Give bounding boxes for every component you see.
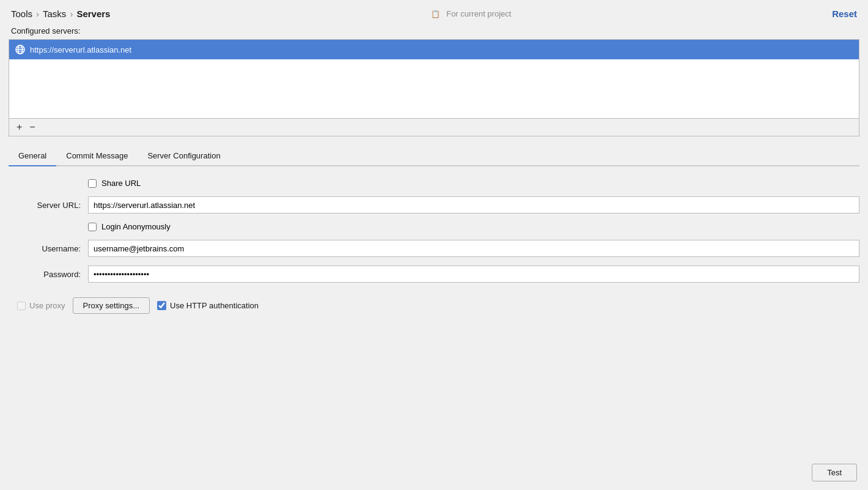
use-http-auth-label[interactable]: Use HTTP authentication xyxy=(157,301,259,310)
use-proxy-label[interactable]: Use proxy xyxy=(17,301,65,310)
username-label: Username: xyxy=(9,244,88,253)
server-list[interactable]: https://serverurl.atlassian.net xyxy=(9,39,859,119)
reset-button[interactable]: Reset xyxy=(832,9,857,19)
breadcrumb-servers: Servers xyxy=(76,9,110,19)
list-actions: + − xyxy=(9,119,859,136)
use-proxy-checkbox[interactable] xyxy=(17,302,26,310)
breadcrumb-tools: Tools xyxy=(11,9,32,19)
tab-server-configuration[interactable]: Server Configuration xyxy=(138,146,230,165)
use-proxy-text: Use proxy xyxy=(29,301,65,310)
proxy-settings-button[interactable]: Proxy settings... xyxy=(73,297,150,314)
login-anonymously-checkbox[interactable] xyxy=(88,223,97,231)
tab-content-general: Share URL Server URL: Login Anonymously … xyxy=(0,166,868,459)
remove-server-button[interactable]: − xyxy=(26,121,39,133)
server-url-row: Server URL: xyxy=(9,196,859,213)
tab-commit-message[interactable]: Commit Message xyxy=(56,146,138,165)
use-http-auth-text: Use HTTP authentication xyxy=(170,301,259,310)
globe-icon xyxy=(15,45,25,54)
footer: Test xyxy=(0,459,868,490)
share-url-row: Share URL xyxy=(9,179,859,188)
server-list-item[interactable]: https://serverurl.atlassian.net xyxy=(9,40,859,59)
add-server-button[interactable]: + xyxy=(13,121,26,133)
bottom-row: Use proxy Proxy settings... Use HTTP aut… xyxy=(9,291,859,320)
server-url-input[interactable] xyxy=(88,196,859,213)
use-http-auth-checkbox[interactable] xyxy=(157,301,166,310)
password-label: Password: xyxy=(9,270,88,279)
dialog-container: Tools › Tasks › Servers 📋 For current pr… xyxy=(0,0,868,490)
username-input[interactable] xyxy=(88,240,859,257)
login-anonymously-label[interactable]: Login Anonymously xyxy=(88,222,171,231)
username-row: Username: xyxy=(9,240,859,257)
configured-servers-label: Configured servers: xyxy=(0,25,868,39)
test-button[interactable]: Test xyxy=(812,464,857,481)
server-url-label: Server URL: xyxy=(9,201,88,210)
password-row: Password: xyxy=(9,265,859,283)
tab-general[interactable]: General xyxy=(9,146,56,165)
share-url-text: Share URL xyxy=(101,179,141,188)
share-url-label[interactable]: Share URL xyxy=(88,179,141,188)
breadcrumb: Tools › Tasks › Servers xyxy=(11,9,110,19)
clipboard-icon: 📋 xyxy=(431,10,440,18)
breadcrumb-tasks: Tasks xyxy=(43,9,66,19)
share-url-checkbox[interactable] xyxy=(88,179,97,188)
breadcrumb-sep-1: › xyxy=(36,9,39,19)
breadcrumb-sep-2: › xyxy=(70,9,73,19)
for-project-label: For current project xyxy=(446,9,511,18)
project-scope: 📋 For current project xyxy=(431,9,511,18)
tabs-bar: General Commit Message Server Configurat… xyxy=(9,146,859,166)
header: Tools › Tasks › Servers 📋 For current pr… xyxy=(0,0,868,25)
password-input[interactable] xyxy=(88,265,859,283)
server-url-item: https://serverurl.atlassian.net xyxy=(30,45,131,54)
login-anonymously-text: Login Anonymously xyxy=(101,222,171,231)
login-anonymously-row: Login Anonymously xyxy=(9,222,859,231)
